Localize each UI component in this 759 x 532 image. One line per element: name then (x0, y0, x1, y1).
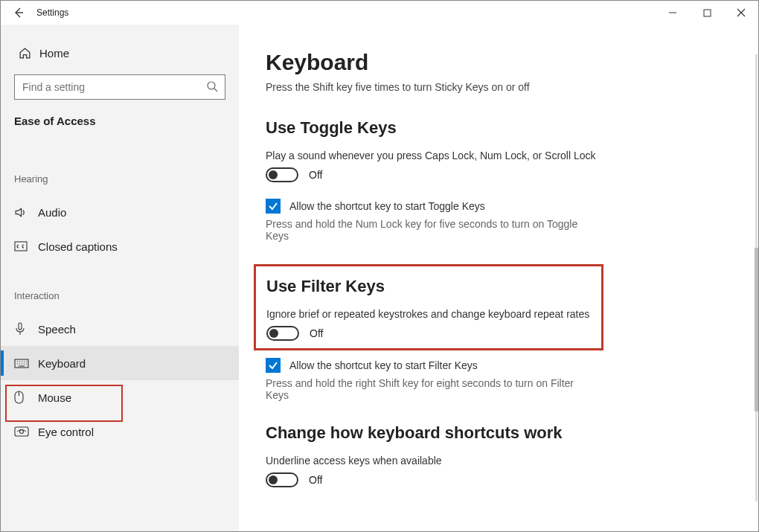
close-icon (737, 8, 746, 17)
toggle-keys-shortcut-checkbox[interactable] (266, 199, 281, 214)
home-label: Home (39, 47, 69, 60)
content-pane: Keyboard Press the Shift key five times … (239, 25, 758, 531)
toggle-keys-allow-label: Allow the shortcut key to start Toggle K… (289, 200, 485, 212)
sidebar-item-label: Eye control (38, 426, 94, 438)
settings-window: Settings Home Ease of Access Hearing Au (0, 0, 759, 532)
minimize-button[interactable] (656, 1, 690, 25)
shortcuts-heading: Change how keyboard shortcuts work (266, 423, 743, 443)
minimize-icon (668, 8, 677, 17)
arrow-left-icon (13, 7, 25, 19)
filter-keys-switch[interactable] (266, 326, 299, 341)
svg-point-7 (20, 430, 24, 434)
svg-rect-0 (704, 10, 711, 16)
filter-keys-state: Off (310, 327, 323, 339)
eye-icon (14, 426, 38, 437)
category-title: Ease of Access (1, 115, 239, 147)
search-icon (206, 80, 218, 95)
maximize-button[interactable] (690, 1, 724, 25)
check-icon (268, 201, 278, 211)
window-title: Settings (36, 7, 68, 18)
svg-rect-2 (15, 242, 27, 251)
sidebar-item-label: Audio (38, 206, 66, 219)
sidebar-item-keyboard[interactable]: Keyboard (1, 346, 239, 380)
toggle-keys-desc: Play a sound whenever you press Caps Loc… (266, 150, 743, 161)
sticky-keys-hint: Press the Shift key five times to turn S… (266, 81, 743, 93)
toggle-keys-switch[interactable] (266, 167, 298, 182)
sidebar-item-eye-control[interactable]: Eye control (1, 414, 239, 449)
sidebar-item-label: Speech (38, 323, 76, 336)
sidebar-item-audio[interactable]: Audio (1, 195, 239, 229)
titlebar: Settings (1, 1, 758, 25)
maximize-icon (703, 9, 711, 17)
keyboard-icon (14, 359, 38, 368)
check-icon (268, 360, 278, 371)
group-hearing: Hearing (1, 173, 239, 195)
search-box (14, 74, 225, 100)
sidebar-item-label: Mouse (38, 391, 71, 404)
sidebar-item-label: Closed captions (38, 240, 118, 253)
search-input[interactable] (14, 74, 225, 100)
scrollbar-thumb[interactable] (755, 248, 758, 411)
toggle-keys-state: Off (309, 169, 322, 181)
sidebar-item-mouse[interactable]: Mouse (1, 380, 239, 414)
sidebar-item-label: Keyboard (38, 357, 86, 370)
svg-rect-3 (19, 323, 22, 330)
close-button[interactable] (724, 1, 758, 25)
back-button[interactable] (1, 7, 36, 19)
filter-keys-allow-label: Allow the shortcut key to start Filter K… (289, 359, 478, 371)
shortcuts-desc: Underline access keys when available (266, 455, 743, 467)
mouse-icon (14, 391, 38, 404)
underline-access-keys-switch[interactable] (266, 472, 298, 487)
underline-state: Off (309, 474, 322, 486)
home-icon (19, 47, 39, 60)
page-title: Keyboard (266, 50, 743, 75)
group-interaction: Interaction (1, 290, 239, 312)
speaker-icon (14, 206, 38, 219)
annotation-highlight-filter-keys: Use Filter Keys Ignore brief or repeated… (254, 264, 603, 350)
microphone-icon (14, 322, 38, 336)
toggle-keys-heading: Use Toggle Keys (266, 118, 743, 138)
sidebar-item-speech[interactable]: Speech (1, 312, 239, 346)
filter-keys-shortcut-checkbox[interactable] (266, 358, 281, 373)
filter-keys-hint: Press and hold the right Shift key for e… (266, 377, 593, 401)
cc-icon (14, 241, 38, 251)
filter-keys-heading: Use Filter Keys (266, 277, 591, 296)
sidebar-item-closed-captions[interactable]: Closed captions (1, 229, 239, 263)
svg-rect-6 (15, 427, 28, 436)
filter-keys-desc: Ignore brief or repeated keystrokes and … (266, 308, 591, 320)
home-nav[interactable]: Home (1, 42, 239, 64)
sidebar: Home Ease of Access Hearing Audio Closed… (1, 25, 239, 531)
svg-point-1 (208, 82, 215, 89)
toggle-keys-hint: Press and hold the Num Lock key for five… (266, 218, 593, 242)
